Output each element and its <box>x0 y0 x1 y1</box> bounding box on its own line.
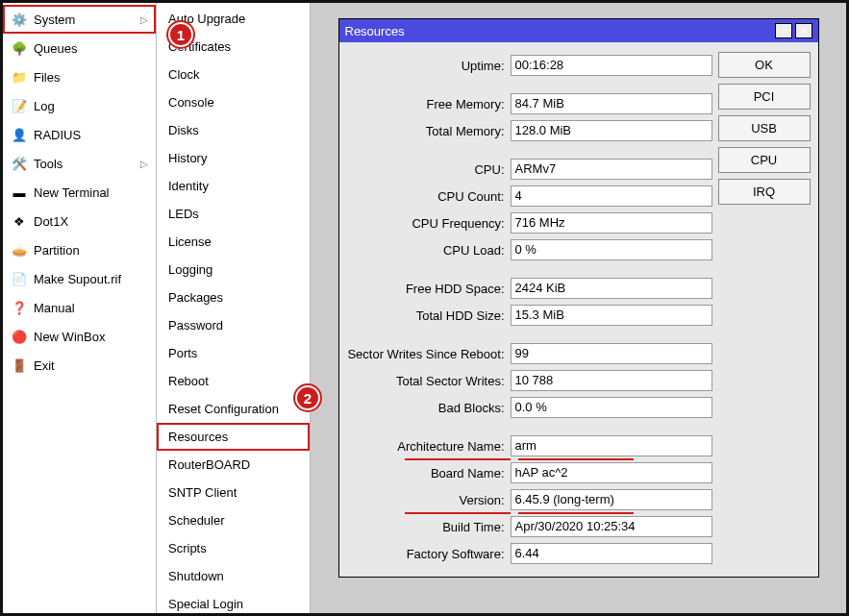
field-label: Uptime: <box>347 59 511 73</box>
submenu-item[interactable]: Logging <box>157 256 310 283</box>
field-label: Sector Writes Since Reboot: <box>347 347 511 361</box>
submenu-label: RouterBOARD <box>168 457 250 472</box>
menu-label: New Terminal <box>34 185 110 200</box>
main-menu-item[interactable]: 📄Make Supout.rif <box>3 264 156 293</box>
workspace: Resources ▫ ✕ Uptime:00:16:28Free Memory… <box>311 3 846 613</box>
pci-button[interactable]: PCI <box>718 84 811 110</box>
submenu-item[interactable]: License <box>157 228 310 256</box>
main-menu-item[interactable]: 🔴New WinBox <box>3 322 156 351</box>
usb-button[interactable]: USB <box>718 115 811 141</box>
menu-label: Manual <box>34 301 75 315</box>
field-row: Free Memory:84.7 MiB <box>347 90 712 117</box>
submenu-label: Packages <box>168 290 223 305</box>
restore-icon[interactable]: ▫ <box>775 23 792 38</box>
field-value: 10 788 <box>511 370 712 391</box>
chevron-right-icon: ▷ <box>140 159 148 169</box>
submenu-item[interactable]: Password <box>157 311 310 339</box>
submenu-label: Resources <box>168 430 228 444</box>
close-icon[interactable]: ✕ <box>795 23 812 38</box>
field-label: Factory Software: <box>347 547 511 561</box>
submenu-item[interactable]: RouterBOARD <box>157 451 310 479</box>
field-label: Build Time: <box>347 520 511 534</box>
terminal-icon: ▬ <box>11 184 28 201</box>
dialog-titlebar[interactable]: Resources ▫ ✕ <box>339 19 818 42</box>
submenu-item[interactable]: History <box>157 144 310 172</box>
submenu-label: SNTP Client <box>168 485 237 500</box>
field-label: Architecture Name: <box>347 439 511 454</box>
field-value: Apr/30/2020 10:25:34 <box>511 516 712 537</box>
field-label: Bad Blocks: <box>347 401 511 415</box>
submenu-label: Ports <box>168 346 197 360</box>
field-label: Total Sector Writes: <box>347 374 511 388</box>
submenu-label: Reboot <box>168 374 209 388</box>
dialog-fields: Uptime:00:16:28Free Memory:84.7 MiBTotal… <box>347 52 712 567</box>
main-menu-item[interactable]: ❖Dot1X <box>3 207 156 235</box>
submenu-item[interactable]: Scheduler <box>157 506 310 534</box>
field-label: CPU Count: <box>347 189 511 204</box>
submenu-label: Console <box>168 95 214 110</box>
annotation-badge-2: 2 <box>295 385 320 410</box>
submenu-item[interactable]: Reset Configuration <box>157 395 310 423</box>
field-row: Free HDD Space:2424 KiB <box>347 275 712 302</box>
submenu-item[interactable]: Special Login <box>157 590 310 616</box>
main-menu-item[interactable]: ⚙️System▷ <box>3 5 156 34</box>
submenu-item[interactable]: Packages <box>157 283 310 311</box>
submenu-item[interactable]: Ports <box>157 339 310 367</box>
queues-icon: 🌳 <box>11 39 28 57</box>
submenu-item[interactable]: Disks <box>157 116 310 144</box>
field-label: CPU: <box>347 162 511 177</box>
submenu-label: Clock <box>168 67 200 82</box>
submenu-label: Shutdown <box>168 569 224 583</box>
submenu-item[interactable]: Resources <box>157 423 310 451</box>
submenu-label: Identity <box>168 179 209 193</box>
field-value: 15.3 MiB <box>511 305 712 326</box>
main-menu-item[interactable]: 🌳Queues <box>3 34 156 62</box>
exit-icon: 🚪 <box>11 357 28 374</box>
ok-button[interactable]: OK <box>718 52 811 78</box>
chevron-right-icon: ▷ <box>140 14 148 25</box>
menu-label: Dot1X <box>34 214 68 229</box>
submenu-item[interactable]: Clock <box>157 61 310 88</box>
submenu-item[interactable]: Shutdown <box>157 562 310 590</box>
main-menu-item[interactable]: 📝Log <box>3 91 156 120</box>
field-row: Sector Writes Since Reboot:99 <box>347 340 712 367</box>
submenu-label: Scripts <box>168 541 207 555</box>
main-menu-item[interactable]: 🥧Partition <box>3 235 156 264</box>
submenu-item[interactable]: LEDs <box>157 200 310 228</box>
field-row: Version:6.45.9 (long-term) <box>347 486 712 513</box>
system-submenu: Auto UpgradeCertificatesClockConsoleDisk… <box>157 3 311 613</box>
submenu-label: LEDs <box>168 207 199 221</box>
menu-label: Tools <box>34 157 62 171</box>
main-menu-item[interactable]: 🛠️Tools▷ <box>3 149 156 178</box>
field-row: CPU Count:4 <box>347 183 712 209</box>
field-value: arm <box>511 435 712 456</box>
field-row: Bad Blocks:0.0 % <box>347 394 712 421</box>
irq-button[interactable]: IRQ <box>718 179 811 205</box>
field-label: Total Memory: <box>347 124 511 138</box>
field-value: 0 % <box>511 239 712 260</box>
menu-label: System <box>34 12 75 27</box>
submenu-item[interactable]: Scripts <box>157 534 310 562</box>
field-value: hAP ac^2 <box>511 462 712 483</box>
submenu-label: License <box>168 234 212 249</box>
field-label: Free HDD Space: <box>347 282 511 296</box>
submenu-item[interactable]: Console <box>157 88 310 116</box>
main-menu-item[interactable]: 📁Files <box>3 62 156 91</box>
main-menu-item[interactable]: 👤RADIUS <box>3 120 156 149</box>
field-row: CPU Load:0 % <box>347 236 712 263</box>
field-value: 128.0 MiB <box>511 120 712 141</box>
menu-label: Log <box>34 99 55 113</box>
partition-icon: 🥧 <box>11 241 28 259</box>
field-label: CPU Load: <box>347 243 511 258</box>
main-menu-item[interactable]: ▬New Terminal <box>3 178 156 207</box>
manual-icon: ❓ <box>11 299 28 316</box>
main-menu-item[interactable]: ❓Manual <box>3 293 156 322</box>
main-menu-item[interactable]: 🚪Exit <box>3 351 156 380</box>
submenu-item[interactable]: Identity <box>157 172 310 200</box>
submenu-item[interactable]: Reboot <box>157 367 310 395</box>
cpu-button[interactable]: CPU <box>718 147 811 173</box>
submenu-label: Special Login <box>168 597 243 611</box>
submenu-item[interactable]: SNTP Client <box>157 479 310 506</box>
menu-label: Queues <box>34 41 78 56</box>
winbox-icon: 🔴 <box>11 328 28 345</box>
